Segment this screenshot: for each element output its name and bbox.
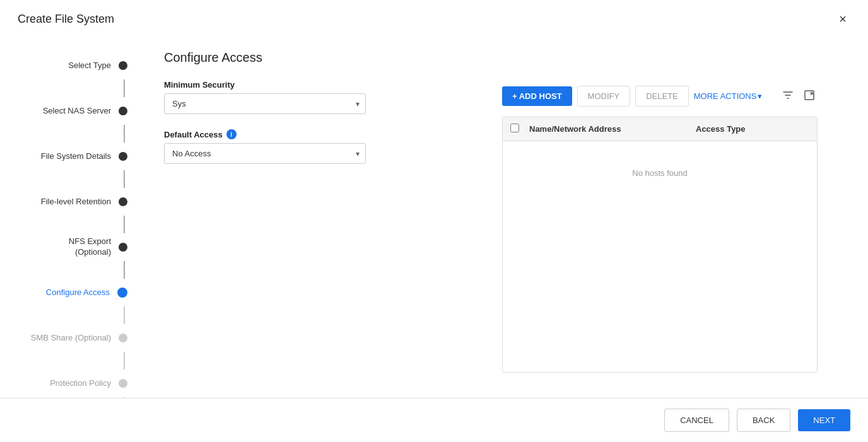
step-label-select-nas-server: Select NAS Server	[43, 106, 111, 117]
svg-rect-0	[805, 91, 814, 100]
right-panel: + ADD HOST MODIFY DELETE MORE ACTIONS ▾	[490, 50, 843, 385]
host-table-header: Name/Network Address Access Type	[503, 117, 817, 141]
sidebar-item-configure-access: Configure Access	[0, 279, 139, 306]
minimum-security-select-wrapper: Sys Krb5 Krb5i Krb5p ▾	[164, 93, 366, 114]
main-content: Configure Access Minimum Security Sys Kr…	[139, 33, 868, 398]
sidebar-item-select-type: Select Type	[0, 52, 139, 79]
host-table: Name/Network Address Access Type No host…	[502, 117, 818, 373]
default-access-select[interactable]: No Access Read Only Read Write Root	[164, 143, 366, 164]
connector-6	[124, 306, 125, 324]
step-label-file-system-details: File System Details	[41, 151, 111, 162]
select-all-checkbox-wrapper	[510, 124, 523, 134]
create-file-system-modal: Create File System × Select Type Select …	[0, 0, 868, 442]
step-dot-file-system-details	[119, 152, 127, 161]
connector-1	[124, 79, 125, 97]
sidebar-item-nfs-export: NFS Export(Optional)	[0, 233, 139, 261]
left-form: Configure Access Minimum Security Sys Kr…	[164, 50, 490, 385]
step-label-select-type: Select Type	[68, 61, 111, 71]
default-access-select-wrapper: No Access Read Only Read Write Root ▾	[164, 143, 366, 164]
close-button[interactable]: ×	[835, 11, 850, 26]
host-table-body: No hosts found	[503, 141, 817, 204]
filter-icon-button[interactable]	[780, 87, 796, 106]
connector-7	[124, 352, 125, 369]
sidebar-item-protection-policy: Protection Policy	[0, 369, 139, 397]
sidebar-item-file-system-details: File System Details	[0, 142, 139, 170]
step-dot-file-level-retention	[119, 197, 127, 206]
modify-button[interactable]: MODIFY	[577, 86, 631, 107]
export-icon-button[interactable]	[801, 87, 818, 106]
next-button[interactable]: NEXT	[798, 409, 850, 431]
modal-header: Create File System ×	[0, 0, 868, 33]
step-dot-select-nas-server	[119, 107, 127, 115]
back-button[interactable]: BACK	[737, 409, 790, 432]
more-actions-button[interactable]: MORE ACTIONS ▾	[694, 91, 763, 101]
minimum-security-label: Minimum Security	[164, 80, 477, 90]
step-label-smb-share: SMB Share (Optional)	[31, 333, 111, 344]
connector-5	[124, 261, 125, 279]
modal-body: Select Type Select NAS Server File Syste…	[0, 33, 868, 398]
connector-2	[124, 125, 125, 142]
connector-3	[124, 170, 125, 188]
no-hosts-message: No hosts found	[632, 168, 687, 178]
delete-button[interactable]: DELETE	[635, 86, 689, 107]
default-access-label: Default Access i	[164, 129, 477, 139]
step-dot-smb-share	[119, 334, 127, 342]
connector-4	[124, 216, 125, 233]
col-name-header: Name/Network Address	[529, 124, 689, 134]
step-dot-select-type	[119, 61, 127, 70]
cancel-button[interactable]: CANCEL	[664, 409, 729, 432]
sidebar-steps: Select Type Select NAS Server File Syste…	[0, 52, 139, 398]
step-label-protection-policy: Protection Policy	[50, 378, 111, 389]
minimum-security-select[interactable]: Sys Krb5 Krb5i Krb5p	[164, 93, 366, 114]
default-access-info-icon[interactable]: i	[226, 129, 237, 139]
sidebar-item-select-nas-server: Select NAS Server	[0, 97, 139, 125]
col-access-header: Access Type	[696, 124, 809, 134]
host-toolbar: + ADD HOST MODIFY DELETE MORE ACTIONS ▾	[502, 86, 818, 107]
section-title: Configure Access	[164, 50, 477, 65]
step-label-configure-access: Configure Access	[46, 288, 110, 298]
modal-title: Create File System	[18, 13, 114, 26]
sidebar-item-smb-share: SMB Share (Optional)	[0, 324, 139, 352]
select-all-checkbox[interactable]	[510, 124, 519, 132]
step-dot-protection-policy	[119, 379, 127, 388]
sidebar-item-file-level-retention: File-level Retention	[0, 188, 139, 216]
step-label-nfs-export: NFS Export(Optional)	[69, 236, 111, 258]
sidebar: Select Type Select NAS Server File Syste…	[0, 33, 139, 398]
modal-footer: CANCEL BACK NEXT	[0, 398, 868, 442]
step-dot-nfs-export	[119, 243, 127, 252]
step-label-file-level-retention: File-level Retention	[41, 197, 111, 207]
step-dot-configure-access	[117, 288, 127, 298]
connector-8	[124, 397, 125, 398]
top-section: Configure Access Minimum Security Sys Kr…	[164, 50, 843, 385]
add-host-button[interactable]: + ADD HOST	[502, 86, 572, 106]
